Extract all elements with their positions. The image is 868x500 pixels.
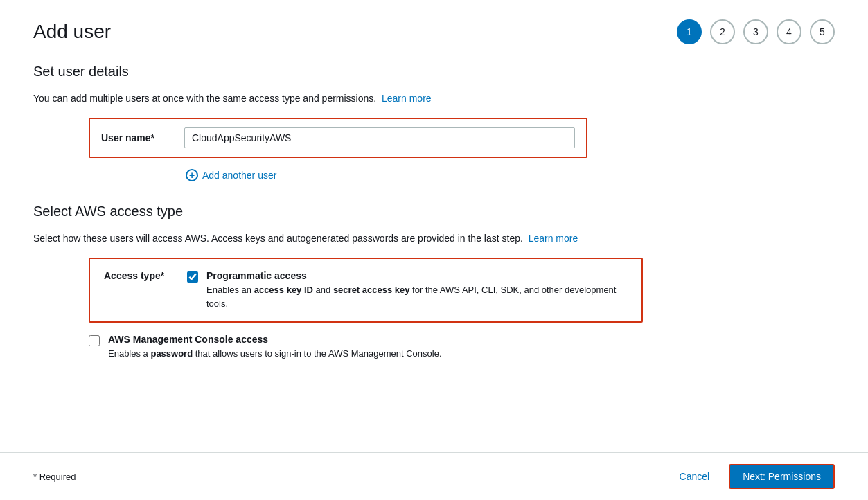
- programmatic-access-option: Programmatic access Enables an access ke…: [187, 270, 628, 310]
- step-5: 5: [810, 19, 835, 44]
- page-title: Add user: [33, 21, 111, 43]
- step-1: 1: [677, 19, 702, 44]
- step-2: 2: [710, 19, 735, 44]
- section-divider-2: [33, 224, 835, 224]
- username-input[interactable]: [184, 127, 575, 148]
- access-type-title: Select AWS access type: [33, 204, 835, 220]
- plus-circle-icon: +: [186, 169, 198, 181]
- access-type-label-row: Access type* Programmatic access Enables…: [104, 270, 628, 310]
- user-details-section: Set user details You can add multiple us…: [33, 64, 835, 181]
- step-4: 4: [777, 19, 801, 44]
- programmatic-access-text: Programmatic access Enables an access ke…: [206, 270, 628, 310]
- add-another-user-button[interactable]: + Add another user: [186, 169, 835, 181]
- cancel-button[interactable]: Cancel: [671, 467, 718, 486]
- console-access-title: AWS Management Console access: [108, 334, 442, 345]
- user-details-description: You can add multiple users at once with …: [33, 93, 835, 104]
- programmatic-access-box: Access type* Programmatic access Enables…: [89, 258, 643, 323]
- header-row: Add user 1 2 3 4 5: [33, 19, 835, 44]
- programmatic-access-desc: Enables an access key ID and secret acce…: [206, 283, 628, 310]
- access-type-section: Select AWS access type Select how these …: [33, 204, 835, 361]
- programmatic-access-title: Programmatic access: [206, 270, 628, 281]
- access-type-label: Access type*: [104, 270, 187, 281]
- console-access-text: AWS Management Console access Enables a …: [108, 334, 442, 361]
- footer-actions: Cancel Next: Permissions: [671, 464, 835, 489]
- next-permissions-button[interactable]: Next: Permissions: [729, 464, 835, 489]
- learn-more-link-1[interactable]: Learn more: [382, 93, 432, 104]
- username-label: User name*: [101, 132, 184, 143]
- programmatic-access-checkbox[interactable]: [187, 271, 198, 283]
- console-access-option: AWS Management Console access Enables a …: [89, 334, 643, 361]
- username-field-container: User name*: [89, 118, 587, 158]
- required-note: * Required: [33, 472, 76, 482]
- section-divider-1: [33, 84, 835, 84]
- access-type-description: Select how these users will access AWS. …: [33, 233, 835, 244]
- user-details-title: Set user details: [33, 64, 835, 80]
- learn-more-link-2[interactable]: Learn more: [529, 233, 578, 244]
- console-access-desc: Enables a password that allows users to …: [108, 347, 442, 361]
- step-indicators: 1 2 3 4 5: [677, 19, 835, 44]
- console-access-checkbox[interactable]: [89, 335, 100, 346]
- step-3: 3: [743, 19, 768, 44]
- footer: * Required Cancel Next: Permissions: [0, 452, 868, 500]
